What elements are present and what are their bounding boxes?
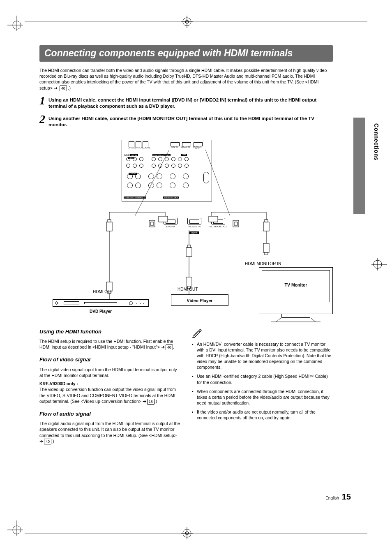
step-2: 2 Using another HDMI cable, connect the … bbox=[39, 114, 333, 128]
svg-rect-37 bbox=[159, 216, 168, 222]
page-ref-40b: 40 bbox=[166, 345, 173, 350]
section-tab-label: Connections bbox=[373, 123, 380, 160]
crop-bar-top bbox=[25, 16, 367, 28]
svg-rect-38 bbox=[209, 216, 218, 222]
section-tab-bg bbox=[353, 118, 365, 214]
dvd-player-unit: • • • DVD Player bbox=[53, 299, 149, 314]
crop-mark-bl bbox=[7, 520, 26, 539]
step-1-text: Using an HDMI cable, connect the HDMI in… bbox=[48, 95, 333, 110]
footer-lang: English bbox=[325, 496, 339, 500]
closeup-plugs bbox=[149, 216, 231, 233]
svg-line-41 bbox=[311, 318, 316, 322]
page-ref-40a: 40 bbox=[60, 86, 67, 91]
page-footer: English 15 bbox=[325, 492, 351, 502]
left-column: Using the HDMI function The HDMI setup i… bbox=[39, 328, 180, 447]
intro-text: The HDMI connection can transfer both th… bbox=[39, 68, 327, 90]
label-hdmi-out-left: HDMI OUT bbox=[93, 289, 113, 294]
note-item-1: An HDMI/DVI converter cable is necessary… bbox=[192, 341, 333, 370]
krf-label: KRF-V9300D only : bbox=[39, 381, 78, 386]
heading-flow-audio: Flow of audio signal bbox=[39, 410, 180, 418]
page-ref-18: 18 bbox=[147, 399, 154, 405]
tv-monitor-unit: TV Monitor bbox=[259, 255, 333, 325]
connection-diagram: OPTICAL OPTICAL COAXIAL DIGITAL DVD IN V… bbox=[39, 140, 333, 317]
step-1: 1 Using an HDMI cable, connect the HDMI … bbox=[39, 95, 333, 110]
heading-using-hdmi: Using the HDMI function bbox=[39, 328, 180, 335]
note-icon bbox=[192, 328, 202, 338]
dvd-player-caption: DVD Player bbox=[53, 309, 149, 314]
tv-monitor-caption: TV Monitor bbox=[259, 282, 332, 287]
note-item-2: Use an HDMI-certified category 2 cable (… bbox=[192, 373, 333, 385]
footer-page-number: 15 bbox=[342, 492, 351, 501]
note-item-4: If the video and/or audio are not output… bbox=[192, 409, 333, 421]
step-1-number: 1 bbox=[39, 95, 45, 110]
right-column: An HDMI/DVI converter cable is necessary… bbox=[192, 328, 333, 447]
label-hdmi-out-right: HDMI OUT bbox=[178, 287, 198, 291]
crop-mark-r bbox=[368, 255, 387, 274]
svg-rect-34 bbox=[265, 220, 268, 222]
step-2-text: Using another HDMI cable, connect the [H… bbox=[48, 114, 333, 128]
crop-mark-tl bbox=[7, 16, 26, 35]
page-ref-40c: 40 bbox=[44, 439, 51, 444]
heading-flow-video: Flow of video signal bbox=[39, 356, 180, 363]
crop-bar-bottom bbox=[25, 527, 367, 539]
para-hdmi-setup: The HDMI setup is required to use the HD… bbox=[39, 338, 180, 350]
step-2-number: 2 bbox=[39, 114, 45, 128]
para-flow-audio: The digital audio signal input from the … bbox=[39, 421, 180, 444]
para-flow-video: The digital video signal input from the … bbox=[39, 367, 180, 378]
svg-line-40 bbox=[276, 318, 281, 322]
para-krf: KRF-V9300D only : The video up-conversio… bbox=[39, 381, 180, 405]
svg-rect-33 bbox=[263, 222, 269, 231]
svg-rect-35 bbox=[263, 243, 269, 252]
svg-line-42 bbox=[194, 331, 198, 335]
note-item-3: When components are connected through th… bbox=[192, 388, 333, 406]
intro-paragraph: The HDMI connection can transfer both th… bbox=[39, 67, 333, 91]
section-title: Connecting components equipped with HDMI… bbox=[39, 45, 333, 62]
video-player-box: Video Player bbox=[171, 294, 228, 306]
intro-tail: .) bbox=[68, 86, 71, 90]
